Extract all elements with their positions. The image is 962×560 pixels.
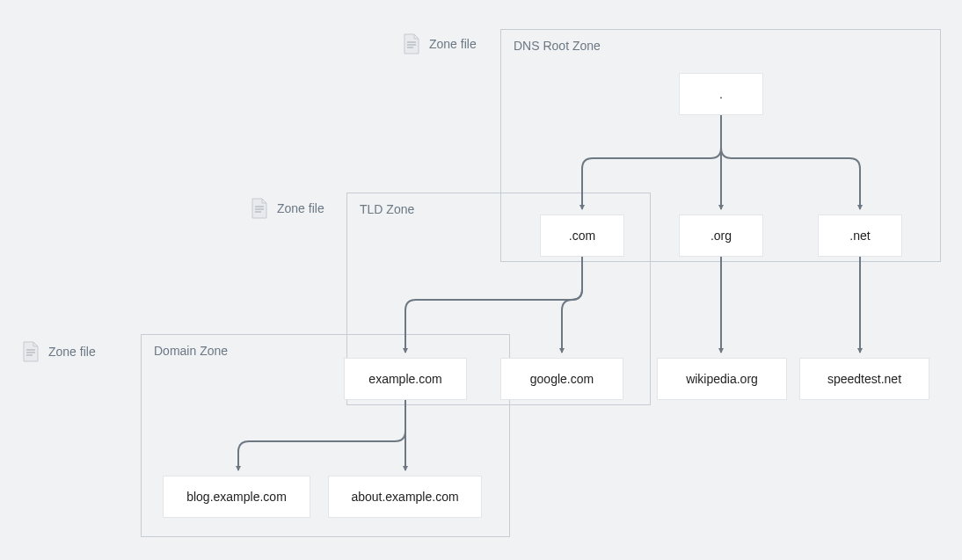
- node-google-com: google.com: [500, 358, 623, 400]
- node-com: .com: [540, 215, 624, 257]
- zone-root-title: DNS Root Zone: [514, 39, 601, 53]
- node-org-label: .org: [711, 229, 732, 243]
- node-blog-example: blog.example.com: [163, 476, 310, 518]
- zone-file-text: Zone file: [277, 201, 324, 215]
- node-wikipedia-org-label: wikipedia.org: [686, 372, 758, 386]
- file-icon: [22, 341, 40, 362]
- zone-file-text: Zone file: [429, 37, 477, 51]
- node-about-example-label: about.example.com: [351, 490, 458, 504]
- zone-file-label-root: Zone file: [403, 33, 477, 55]
- file-icon: [403, 33, 420, 55]
- node-example-com: example.com: [344, 358, 467, 400]
- node-speedtest-net: speedtest.net: [799, 358, 929, 400]
- zone-file-label-tld: Zone file: [251, 198, 324, 219]
- node-blog-example-label: blog.example.com: [186, 490, 287, 504]
- node-example-com-label: example.com: [368, 372, 441, 386]
- node-com-label: .com: [569, 229, 595, 243]
- node-root: .: [679, 73, 763, 115]
- node-about-example: about.example.com: [328, 476, 482, 518]
- node-speedtest-net-label: speedtest.net: [827, 372, 901, 386]
- node-google-com-label: google.com: [530, 372, 594, 386]
- node-net-label: .net: [849, 229, 870, 243]
- zone-file-text: Zone file: [48, 345, 96, 359]
- zone-tld-title: TLD Zone: [360, 202, 414, 216]
- node-net: .net: [818, 215, 902, 257]
- zone-file-label-domain: Zone file: [22, 341, 96, 362]
- node-org: .org: [679, 215, 763, 257]
- node-root-label: .: [719, 87, 723, 101]
- zone-domain-title: Domain Zone: [154, 344, 228, 358]
- node-wikipedia-org: wikipedia.org: [657, 358, 787, 400]
- file-icon: [251, 198, 268, 219]
